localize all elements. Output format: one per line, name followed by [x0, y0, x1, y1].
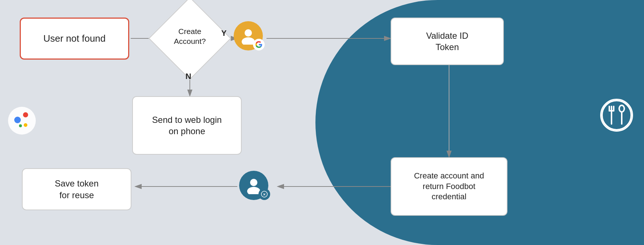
user-not-found-label: User not found: [43, 33, 106, 45]
svg-point-17: [23, 112, 28, 117]
google-g-icon: [255, 41, 262, 48]
foodbot-large-icon: [600, 99, 633, 132]
create-account-return-label: Create account andreturn Foodbotcredenti…: [414, 171, 484, 202]
google-assistant-svg: [7, 106, 37, 135]
svg-point-16: [14, 117, 21, 123]
save-token-label: Save tokenfor reuse: [55, 178, 99, 200]
fork-knife-mini-icon: ✕: [261, 191, 268, 197]
create-account-label: CreateAccount?: [165, 26, 214, 46]
user-foodbot-badge: ✕: [239, 171, 268, 200]
svg-point-18: [24, 123, 27, 127]
svg-point-25: [619, 105, 624, 112]
no-label: N: [185, 72, 191, 81]
create-account-return-node: Create account andreturn Foodbotcredenti…: [391, 157, 507, 216]
user-not-found-node: User not found: [20, 18, 129, 60]
svg-point-20: [602, 101, 631, 130]
validate-id-node: Validate IDToken: [391, 18, 504, 65]
foodbot-circle-svg: [601, 100, 632, 131]
svg-point-15: [8, 107, 36, 135]
foodbot-mini-badge: ✕: [258, 188, 270, 200]
send-to-web-label: Send to web loginon phone: [152, 114, 222, 137]
user-google-badge: [234, 21, 263, 50]
validate-id-label: Validate IDToken: [426, 30, 468, 53]
svg-text:✕: ✕: [263, 193, 266, 196]
yes-label: Y: [221, 29, 227, 38]
svg-point-9: [245, 29, 252, 37]
send-to-web-node: Send to web loginon phone: [132, 96, 242, 155]
user-avatar-teal: ✕: [239, 171, 268, 200]
svg-point-19: [19, 124, 22, 127]
user-avatar-orange: [234, 21, 263, 50]
save-token-node: Save tokenfor reuse: [22, 168, 131, 210]
google-assistant-icon: [7, 106, 37, 135]
svg-point-11: [250, 179, 257, 186]
google-mini-badge: [253, 39, 265, 50]
